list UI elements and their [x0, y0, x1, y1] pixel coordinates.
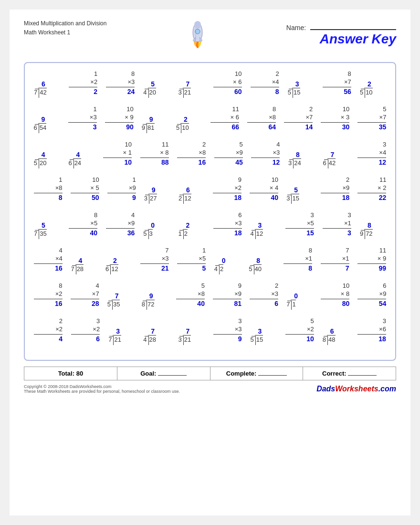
- answer: 16: [177, 158, 206, 167]
- dividend: 21: [183, 88, 191, 96]
- div-problem: 7 3 21: [178, 80, 204, 96]
- mul-problem: 8 ×3 24: [106, 70, 135, 96]
- op-number: ×9: [321, 184, 349, 193]
- op-number: ×2: [71, 326, 100, 335]
- top-number: 11: [379, 247, 386, 255]
- top-number: 3: [383, 141, 386, 149]
- op-number: ×3: [106, 78, 135, 87]
- div-bottom-row: 4 2: [214, 264, 223, 273]
- quotient: 3: [288, 80, 299, 88]
- div-problem: 2 5 10: [176, 116, 202, 131]
- mul-problem: 7 ×1 7: [321, 247, 349, 273]
- divisor: 6: [68, 159, 73, 167]
- op-number: ×5: [69, 220, 97, 229]
- mul-problem: 5 ×8 40: [176, 282, 205, 308]
- mul-problem: 11 × 9 99: [357, 247, 386, 273]
- dividend: 54: [38, 123, 46, 131]
- mul-problem: 5 ×7 35: [357, 105, 386, 131]
- answer: 12: [251, 158, 280, 167]
- div-problem: 2 1 2: [178, 221, 204, 237]
- div-problem: 2 5 10: [360, 80, 386, 96]
- div-bottom-row: 4 12: [251, 229, 263, 237]
- div-problem: 6 2 12: [178, 186, 205, 202]
- problem-row-1: 9 6 54 1 ×3 3 10 × 9 90 9 9 81 2: [30, 105, 390, 131]
- divisor: 3: [144, 195, 148, 202]
- quotient: 2: [105, 257, 117, 264]
- div-bottom-row: 5 40: [249, 264, 262, 273]
- div-problem: 5 3 15: [286, 186, 313, 202]
- header: Mixed Multiplication and Division Math W…: [24, 19, 396, 57]
- divisor: 3: [286, 195, 291, 202]
- problem-row-6: 8 ×2 16 4 ×7 28 7 5 35 9 8 72 5: [30, 282, 390, 308]
- problem-row-2: 4 5 20 4 6 24 10 × 1 10 11 × 8 88: [30, 141, 390, 167]
- op-number: ×2: [34, 290, 63, 299]
- quotient: 6: [34, 80, 45, 88]
- div-problem: 6 7 42: [34, 80, 60, 96]
- op-number: ×8: [177, 149, 206, 158]
- top-number: 3: [238, 317, 242, 326]
- mul-problem: 3 ×1 3: [323, 211, 351, 237]
- divisor: 7: [34, 230, 38, 237]
- rows-container: 6 7 42 1 ×2 2 8 ×3 24 5 4 20 7: [30, 70, 390, 343]
- op-number: ×3: [250, 290, 278, 299]
- mul-problem: 10 × 8 80: [321, 282, 349, 308]
- mul-problem: 8 ×2 16: [34, 282, 63, 308]
- divisor: 7: [108, 336, 113, 343]
- quotient: 9: [142, 116, 153, 123]
- top-number: 8: [309, 247, 312, 255]
- div-problem: 4 5 20: [34, 151, 60, 167]
- div-bottom-row: 5 3: [143, 229, 152, 237]
- top-number: 4: [131, 211, 135, 220]
- answer: 66: [210, 123, 239, 131]
- div-problem: 9 6 54: [34, 116, 60, 131]
- op-number: × 9: [105, 114, 134, 123]
- top-number: 6: [383, 282, 386, 290]
- dividend: 12: [110, 264, 118, 273]
- divisor: 7: [71, 265, 75, 273]
- op-number: ×8: [247, 114, 276, 123]
- op-number: ×7: [357, 114, 386, 123]
- divisor: 5: [34, 159, 38, 167]
- mul-problem: 11 × 6 66: [210, 105, 239, 131]
- header-left: Mixed Multiplication and Division Math W…: [24, 19, 106, 37]
- mul-problem: 3 ×2 6: [71, 317, 100, 343]
- mul-problem: 11 × 8 88: [140, 141, 169, 167]
- quotient: 0: [214, 257, 226, 264]
- top-number: 6: [238, 211, 242, 220]
- dividend: 42: [38, 88, 46, 96]
- quotient: 3: [251, 221, 262, 229]
- op-number: ×5: [285, 220, 314, 229]
- div-bottom-row: 9 72: [360, 229, 373, 237]
- top-number: 5: [310, 317, 314, 326]
- op-number: ×8: [176, 290, 205, 299]
- div-bottom-row: 1 2: [178, 229, 187, 237]
- top-number: 3: [348, 211, 351, 220]
- quotient: 4: [71, 257, 82, 264]
- div-bottom-row: 3 21: [178, 88, 191, 96]
- top-number: 4: [276, 141, 280, 149]
- divisor: 6: [323, 159, 327, 167]
- answer: 45: [214, 158, 243, 167]
- complete-cell: Complete:: [210, 367, 304, 380]
- top-number: 2: [59, 317, 63, 326]
- copyright-text: Copyright © 2008-2018 DadsWorksheets.com…: [24, 384, 180, 394]
- op-number: × 5: [71, 184, 99, 193]
- mul-problem: 2 ×7 14: [284, 105, 313, 131]
- divisor: 8: [142, 301, 146, 308]
- top-number: 10: [92, 176, 99, 184]
- divisor: 9: [142, 124, 146, 131]
- divisor: 4: [251, 230, 255, 237]
- div-bottom-row: 5 20: [34, 158, 47, 167]
- quotient: 4: [34, 151, 45, 158]
- divisor: 3: [288, 159, 293, 167]
- footer-bar: Total: 80 Goal: Complete: Correct:: [24, 367, 396, 380]
- op-number: × 9: [357, 255, 386, 264]
- problem-row-0: 6 7 42 1 ×2 2 8 ×3 24 5 4 20 7: [30, 70, 390, 96]
- divisor: 5: [143, 230, 147, 237]
- answer: 30: [321, 123, 349, 131]
- div-problem: 5 4 20: [143, 80, 169, 96]
- top-number: 2: [309, 105, 313, 114]
- mul-problem: 3 ×6 18: [357, 317, 386, 343]
- name-label: Name:: [286, 24, 396, 32]
- mul-problem: 1 ×8 8: [34, 176, 63, 202]
